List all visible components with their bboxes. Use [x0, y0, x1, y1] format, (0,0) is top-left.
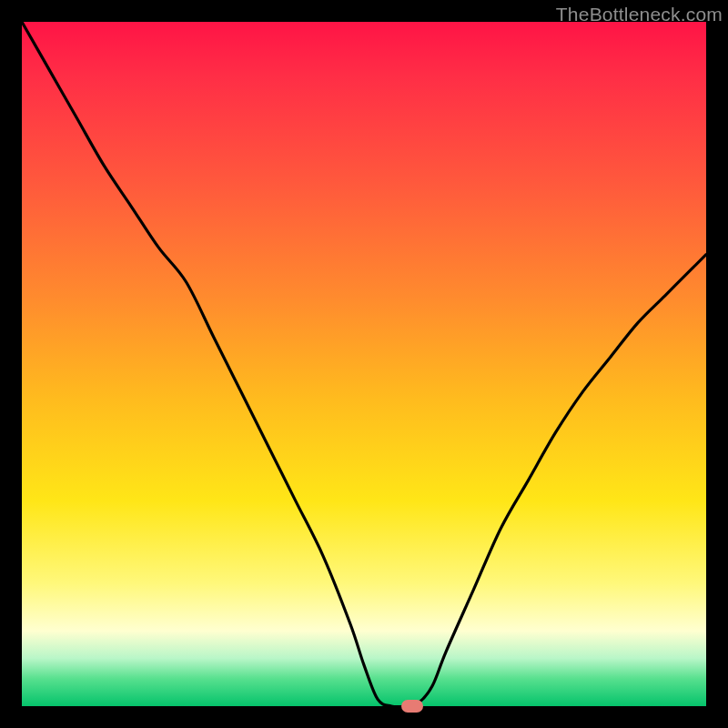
curve-path	[22, 22, 706, 707]
watermark-label: TheBottleneck.com	[556, 4, 723, 25]
plot-area	[22, 22, 706, 706]
optimum-marker	[401, 700, 423, 713]
chart-stage: TheBottleneck.com	[0, 0, 728, 728]
bottleneck-curve	[22, 22, 706, 706]
